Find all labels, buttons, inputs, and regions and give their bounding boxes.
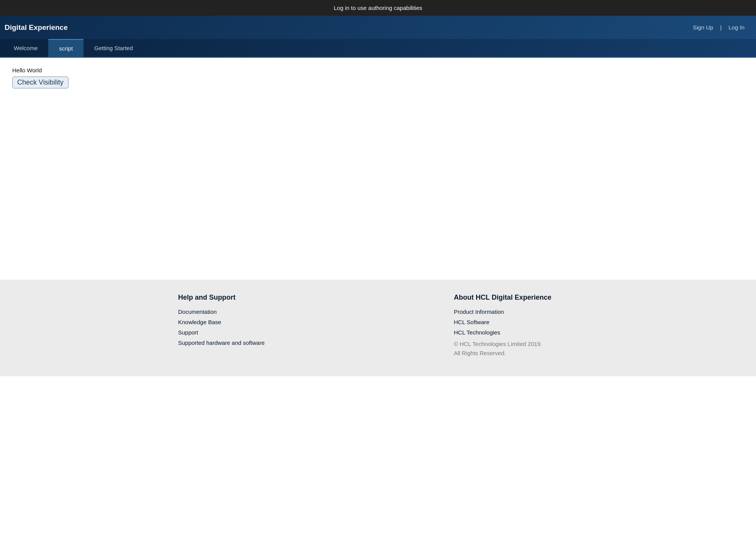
footer-help-title: Help and Support bbox=[178, 294, 302, 302]
footer-link-support[interactable]: Support bbox=[178, 329, 302, 336]
top-notification-bar: Log in to use authoring capabilities bbox=[0, 0, 756, 16]
site-title: Digital Experience bbox=[5, 23, 68, 32]
footer-link-hcl-software[interactable]: HCL Software bbox=[454, 319, 578, 325]
nav-item-script[interactable]: script bbox=[48, 39, 83, 57]
header-actions: Sign Up | Log In bbox=[686, 23, 751, 32]
header: Digital Experience Sign Up | Log In bbox=[0, 16, 756, 39]
signup-button[interactable]: Sign Up bbox=[686, 23, 720, 32]
footer-link-hardware-software[interactable]: Supported hardware and software bbox=[178, 339, 302, 346]
hello-world-text: Hello World bbox=[12, 67, 744, 73]
footer-copyright: © HCL Technologies Limited 2019.All Righ… bbox=[454, 339, 578, 358]
login-button[interactable]: Log In bbox=[722, 23, 751, 32]
footer-link-hcl-technologies[interactable]: HCL Technologies bbox=[454, 329, 578, 336]
navigation-bar: Welcome script Getting Started bbox=[0, 39, 756, 58]
footer-spacer-right bbox=[596, 294, 711, 358]
check-visibility-button[interactable]: Check Visibility bbox=[12, 77, 69, 88]
footer-link-knowledge-base[interactable]: Knowledge Base bbox=[178, 319, 302, 325]
footer-spacer-left bbox=[45, 294, 160, 358]
footer-about-section: About HCL Digital Experience Product Inf… bbox=[435, 294, 596, 358]
footer-help-section: Help and Support Documentation Knowledge… bbox=[160, 294, 321, 358]
main-content: Hello World Check Visibility bbox=[0, 58, 756, 280]
footer-link-documentation[interactable]: Documentation bbox=[178, 308, 302, 315]
login-notice-text: Log in to use authoring capabilities bbox=[334, 5, 422, 11]
footer-spacer-mid bbox=[321, 294, 435, 358]
nav-item-welcome[interactable]: Welcome bbox=[3, 39, 48, 57]
footer: Help and Support Documentation Knowledge… bbox=[0, 280, 756, 376]
footer-about-title: About HCL Digital Experience bbox=[454, 294, 578, 302]
footer-link-product-info[interactable]: Product Information bbox=[454, 308, 578, 315]
nav-item-getting-started[interactable]: Getting Started bbox=[83, 39, 144, 57]
